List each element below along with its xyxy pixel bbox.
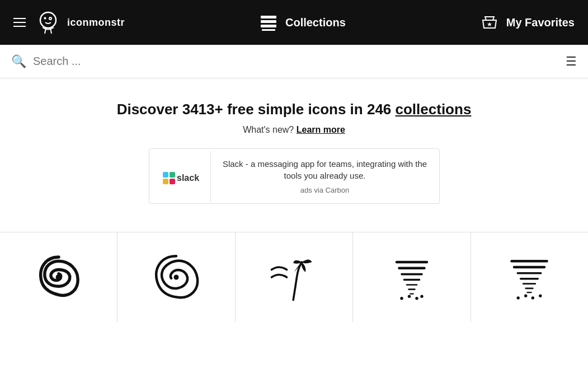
hero-title: Discover 3413+ free simple icons in 246 …	[11, 101, 577, 118]
navbar-left: iconmonstr	[13, 9, 125, 36]
svg-point-20	[415, 297, 418, 300]
hurricane-filled-icon	[34, 252, 84, 302]
hurricane-outline-icon	[151, 252, 201, 302]
logo-area[interactable]: iconmonstr	[35, 9, 125, 36]
svg-point-25	[539, 295, 542, 297]
icon-cell-tropical-storm[interactable]	[236, 232, 353, 322]
ad-logo: slack	[149, 151, 211, 202]
svg-point-21	[420, 295, 423, 298]
icons-grid	[0, 232, 588, 322]
ad-banner[interactable]: slack Slack - a messaging app for teams,…	[149, 148, 440, 204]
svg-point-23	[524, 295, 527, 297]
svg-point-17	[174, 275, 179, 280]
hero-section: Discover 3413+ free simple icons in 246 …	[0, 78, 588, 232]
ad-content: Slack - a messaging app for teams, integ…	[211, 149, 439, 203]
svg-point-18	[400, 297, 403, 300]
ad-text: Slack - a messaging app for teams, integ…	[222, 158, 428, 181]
icon-cell-tornado[interactable]	[353, 232, 471, 322]
icon-cell-hurricane-outline[interactable]	[117, 232, 235, 322]
hero-subtitle: What's new? Learn more	[11, 125, 577, 135]
search-bar: 🔍 ☰	[0, 45, 588, 78]
svg-point-0	[40, 12, 56, 28]
svg-point-24	[531, 296, 534, 299]
svg-point-16	[55, 274, 62, 281]
search-icon: 🔍	[11, 54, 26, 69]
svg-point-3	[49, 17, 51, 20]
search-input[interactable]	[33, 55, 559, 68]
favorites-icon	[479, 12, 500, 32]
svg-point-22	[517, 296, 520, 299]
svg-rect-7	[261, 20, 276, 23]
svg-point-19	[408, 295, 411, 298]
svg-rect-6	[261, 16, 276, 18]
tornado-icon	[387, 252, 437, 302]
hamburger-menu[interactable]	[13, 18, 26, 27]
svg-marker-10	[487, 22, 492, 27]
tornado-outline-icon	[504, 252, 554, 302]
favorites-nav[interactable]: My Favorites	[479, 12, 575, 32]
logo-text: iconmonstr	[67, 17, 125, 29]
icon-cell-hurricane-filled[interactable]	[0, 232, 117, 322]
svg-rect-14	[170, 179, 175, 184]
ad-via: ads via Carbon	[222, 186, 428, 194]
favorites-label: My Favorites	[506, 16, 575, 29]
tropical-storm-icon	[269, 252, 319, 302]
collections-nav[interactable]: Collections	[258, 12, 346, 32]
learn-more-link[interactable]: Learn more	[297, 125, 345, 134]
slack-logo: slack	[160, 165, 199, 188]
collections-label: Collections	[285, 16, 346, 29]
filter-icon[interactable]: ☰	[566, 54, 577, 69]
icon-cell-tornado-outline[interactable]	[471, 232, 588, 322]
collections-link[interactable]: collections	[396, 101, 472, 118]
svg-rect-12	[170, 172, 175, 178]
collections-icon	[258, 12, 279, 32]
svg-rect-8	[261, 25, 276, 27]
navbar: iconmonstr Collections My Favorites	[0, 0, 588, 45]
svg-text:slack: slack	[177, 173, 199, 183]
logo-icon	[35, 9, 62, 36]
svg-rect-11	[163, 172, 168, 178]
svg-rect-9	[262, 29, 275, 31]
svg-rect-13	[163, 179, 168, 184]
